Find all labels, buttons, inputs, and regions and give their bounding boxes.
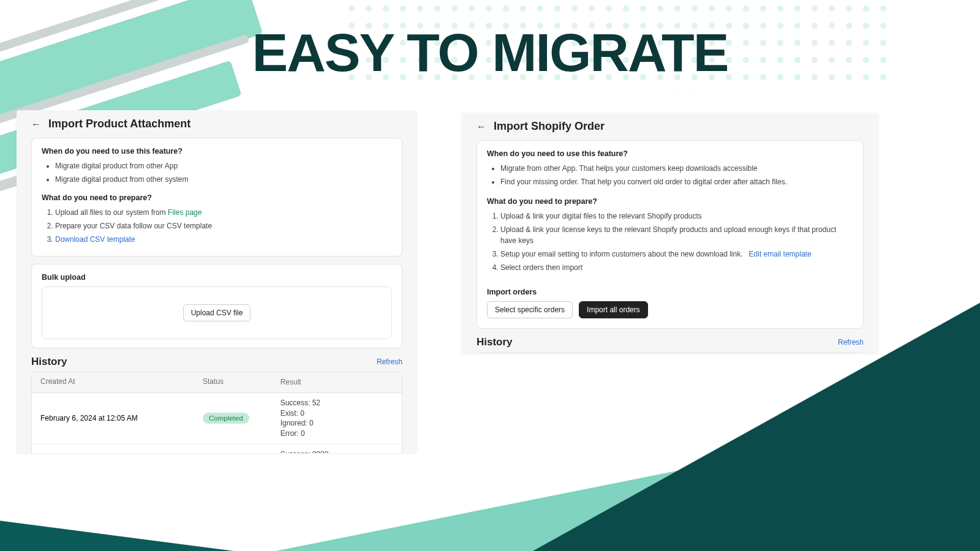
prepare-heading: What do you need to prepare? [42,193,392,202]
edit-email-template-link[interactable]: Edit email template [749,250,812,258]
prepare-item: Setup your email setting to inform custo… [500,249,853,260]
when-item: Migrate digital product from other syste… [55,174,392,185]
bulk-upload-heading: Bulk upload [42,273,392,282]
col-result: Result [281,377,393,388]
col-created: Created At [40,377,203,388]
history-heading: History [477,336,513,348]
col-status: Status [203,377,281,388]
when-item: Migrate from other App. That helps your … [500,163,853,174]
refresh-link[interactable]: Refresh [838,338,864,347]
table-row: February 5, 2024 at 4:09 AM Completed Su… [32,444,402,453]
page-title: Import Shopify Order [494,120,605,133]
import-shopify-order-panel: ← Import Shopify Order When do you need … [462,113,878,353]
files-page-link[interactable]: Files page [168,208,202,217]
back-icon[interactable]: ← [31,119,41,130]
when-item: Find your missing order. That help you c… [500,176,853,187]
import-orders-heading: Import orders [487,288,853,296]
prepare-item: Upload all files to our system from File… [55,207,392,218]
prepare-item: Upload & link your digital files to the … [500,211,853,222]
history-heading: History [31,356,67,368]
history-table: Orders Status Result [477,352,864,353]
bulk-upload-card: Bulk upload Upload CSV file [31,264,402,348]
select-specific-orders-button[interactable]: Select specific orders [487,301,573,318]
table-row: February 6, 2024 at 12:05 AM Completed S… [32,393,402,444]
prepare-heading: What do you need to prepare? [487,197,853,206]
upload-dropzone[interactable]: Upload CSV file [42,287,392,339]
prepare-item: Upload & link your license keys to the r… [500,224,853,246]
status-badge: Completed [203,413,249,424]
back-icon[interactable]: ← [477,121,486,132]
import-all-orders-button[interactable]: Import all orders [579,301,648,318]
created-cell: February 6, 2024 at 12:05 AM [40,414,203,422]
page-title: Import Product Attachment [48,118,190,130]
prepare-item: Select orders then import [500,262,853,273]
when-heading: When do you need to use this feature? [487,149,853,158]
import-attachment-panel: ← Import Product Attachment When do you … [17,110,417,453]
when-item: Migrate digital product from other App [55,160,392,171]
download-csv-template-link[interactable]: Download CSV template [55,235,135,244]
result-cell: Success: 52Exist: 0Ignored: 0Error: 0 [281,398,393,439]
result-cell: Success: 8988Exist: 0Ignored: 133Error: … [281,449,393,453]
headline: EASY TO MIGRATE [252,21,728,84]
info-card: When do you need to use this feature? Mi… [477,140,864,329]
prepare-item: Prepare your CSV data follow our CSV tem… [55,220,392,231]
upload-csv-button[interactable]: Upload CSV file [183,304,251,321]
when-heading: When do you need to use this feature? [42,147,392,156]
refresh-link[interactable]: Refresh [377,358,402,366]
history-table: Created At Status Result February 6, 202… [31,372,402,453]
when-card: When do you need to use this feature? Mi… [31,138,402,257]
prepare-item: Download CSV template [55,234,392,245]
